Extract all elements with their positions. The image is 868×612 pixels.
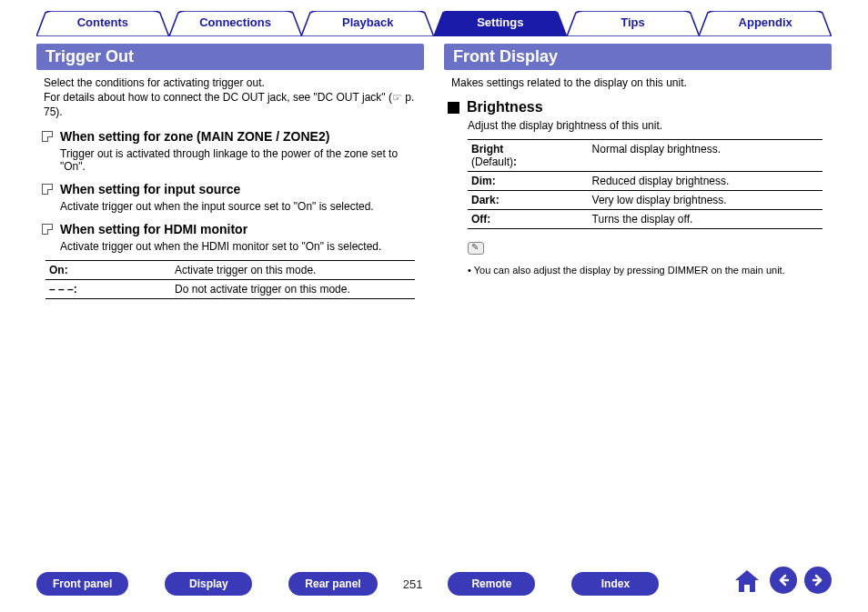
content-area: Trigger Out Select the conditions for ac… bbox=[0, 36, 868, 299]
tab-appendix-label: Appendix bbox=[739, 15, 792, 29]
brightness-desc: Adjust the display brightness of this un… bbox=[468, 119, 826, 132]
bright-key-default: (Default) bbox=[471, 156, 513, 168]
trigger-out-intro: Select the conditions for activating tri… bbox=[44, 75, 417, 120]
bullet-icon bbox=[42, 224, 53, 235]
tab-playback[interactable]: Playback bbox=[301, 11, 434, 36]
opt-off-key: – – –: bbox=[45, 279, 171, 298]
tab-playback-label: Playback bbox=[342, 15, 393, 29]
table-row: On: Activate trigger on this mode. bbox=[45, 260, 415, 279]
sub-input-source: When setting for input source bbox=[42, 182, 424, 196]
tab-tips[interactable]: Tips bbox=[567, 11, 700, 36]
brightness-title: Brightness bbox=[467, 99, 543, 115]
opt-off-val: Do not activate trigger on this mode. bbox=[171, 279, 415, 298]
sub-input-desc: Activate trigger out when the input sour… bbox=[60, 200, 419, 213]
dark-key: Dark: bbox=[468, 191, 589, 210]
table-row: Bright (Default): Normal display brightn… bbox=[468, 140, 823, 172]
col-front-display: Front Display Makes settings related to … bbox=[444, 44, 832, 299]
header-front-display: Front Display bbox=[444, 44, 832, 70]
header-trigger-out: Trigger Out bbox=[36, 44, 424, 70]
link-remote[interactable]: Remote bbox=[448, 572, 535, 596]
table-row: Off: Turns the display off. bbox=[468, 210, 823, 229]
col-trigger-out: Trigger Out Select the conditions for ac… bbox=[36, 44, 424, 299]
trigger-options-table: On: Activate trigger on this mode. – – –… bbox=[45, 260, 415, 299]
bottom-bar: Front panel Display Rear panel 251 Remot… bbox=[0, 572, 868, 596]
next-button[interactable] bbox=[804, 567, 832, 594]
off-val: Turns the display off. bbox=[589, 210, 823, 229]
opt-on-key: On: bbox=[45, 260, 171, 279]
note-bullet: • bbox=[468, 265, 471, 276]
brightness-table: Bright (Default): Normal display brightn… bbox=[468, 139, 823, 229]
tab-connections[interactable]: Connections bbox=[169, 11, 302, 36]
tab-connections-label: Connections bbox=[199, 15, 271, 29]
link-display[interactable]: Display bbox=[165, 572, 252, 596]
bullet-icon bbox=[42, 184, 53, 195]
page-number: 251 bbox=[403, 577, 423, 591]
bright-key-main: Bright bbox=[471, 143, 503, 156]
square-icon bbox=[448, 102, 459, 114]
sub-input-title: When setting for input source bbox=[60, 182, 240, 196]
note-body: You can also adjust the display by press… bbox=[474, 265, 785, 276]
tab-appendix[interactable]: Appendix bbox=[699, 11, 832, 36]
tab-settings-label: Settings bbox=[477, 15, 523, 29]
sub-hdmi-monitor: When setting for HDMI monitor bbox=[42, 222, 424, 236]
home-button[interactable] bbox=[732, 567, 762, 597]
sub-zone-title: When setting for zone (MAIN ZONE / ZONE2… bbox=[60, 129, 329, 144]
bullet-icon bbox=[42, 131, 53, 142]
tab-settings[interactable]: Settings bbox=[434, 11, 567, 36]
dim-val: Reduced display brightness. bbox=[589, 172, 823, 191]
trigger-intro-line1: Select the conditions for activating tri… bbox=[44, 75, 417, 90]
tab-contents-label: Contents bbox=[77, 15, 128, 29]
sub-brightness: Brightness bbox=[448, 99, 832, 115]
dark-val: Very low display brightness. bbox=[589, 191, 823, 210]
sub-hdmi-title: When setting for HDMI monitor bbox=[60, 222, 247, 236]
tab-contents[interactable]: Contents bbox=[36, 11, 169, 36]
table-row: Dark: Very low display brightness. bbox=[468, 191, 823, 210]
tab-tips-label: Tips bbox=[621, 15, 645, 29]
bright-key-colon: : bbox=[513, 156, 517, 168]
top-tab-bar: Contents Connections Playback Settings T… bbox=[0, 0, 868, 36]
note-icon bbox=[468, 242, 484, 255]
link-rear-panel[interactable]: Rear panel bbox=[288, 572, 377, 596]
link-index[interactable]: Index bbox=[571, 572, 659, 596]
note-text: • You can also adjust the display by pre… bbox=[468, 265, 826, 276]
front-display-intro: Makes settings related to the display on… bbox=[451, 75, 824, 90]
dim-key: Dim: bbox=[468, 172, 589, 191]
trigger-intro-line2: For details about how to connect the DC … bbox=[44, 90, 417, 119]
opt-on-val: Activate trigger on this mode. bbox=[171, 260, 415, 279]
bright-key: Bright (Default): bbox=[468, 140, 589, 172]
off-key: Off: bbox=[468, 210, 589, 229]
prev-button[interactable] bbox=[770, 567, 797, 594]
sub-zone: When setting for zone (MAIN ZONE / ZONE2… bbox=[42, 129, 424, 144]
link-front-panel[interactable]: Front panel bbox=[36, 572, 128, 596]
sub-hdmi-desc: Activate trigger out when the HDMI monit… bbox=[60, 240, 419, 253]
table-row: – – –: Do not activate trigger on this m… bbox=[45, 279, 415, 298]
nav-icons bbox=[732, 567, 832, 597]
bright-val: Normal display brightness. bbox=[589, 140, 823, 172]
sub-zone-desc: Trigger out is activated through linkage… bbox=[60, 147, 419, 173]
table-row: Dim: Reduced display brightness. bbox=[468, 172, 823, 191]
